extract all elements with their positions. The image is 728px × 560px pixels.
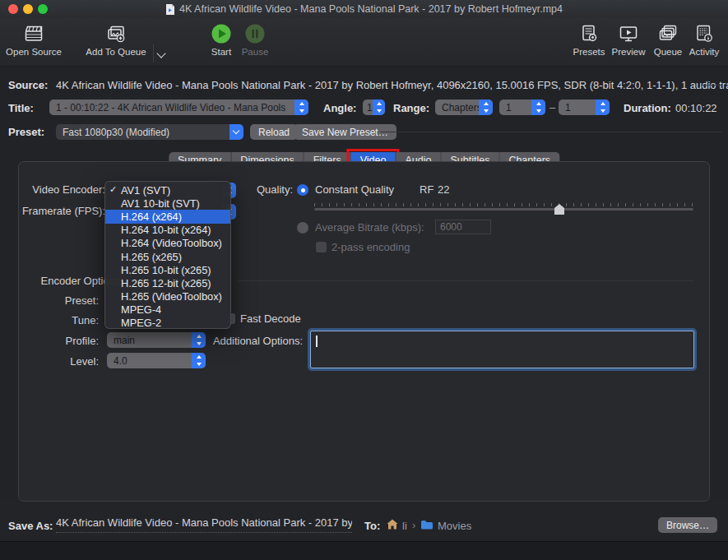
additional-options-field[interactable] (310, 331, 694, 368)
range-to-select[interactable]: 1 (559, 100, 610, 115)
toolbar-divider (153, 44, 154, 62)
profile-select[interactable]: main (107, 332, 206, 348)
framerate-label: Framerate (FPS): (16, 205, 105, 218)
level-value: 4.0 (114, 355, 143, 367)
menu-item-h265-12bit-x265[interactable]: H.265 12-bit (x265) (105, 276, 230, 289)
open-source-button[interactable]: Open Source (3, 23, 64, 57)
menu-item-label: H.264 (VideoToolbox) (121, 237, 222, 249)
angle-label: Angle: (323, 102, 356, 114)
menu-item-h265-videotoolbox[interactable]: H.265 (VideoToolbox) (105, 290, 230, 303)
two-pass-checkbox[interactable] (316, 242, 327, 252)
preview-icon (618, 23, 639, 44)
level-label: Level: (33, 355, 99, 368)
start-button[interactable]: Start (206, 23, 236, 57)
menu-item-h265-10bit-x265[interactable]: H.265 10-bit (x265) (105, 263, 230, 276)
add-to-queue-label: Add To Queue (86, 47, 146, 57)
source-label: Source: (8, 79, 48, 91)
pause-icon (244, 23, 266, 44)
range-type-select[interactable]: Chapters (435, 100, 493, 115)
home-crumb[interactable]: li (402, 520, 407, 532)
menu-item-label: H.265 12-bit (x265) (121, 277, 211, 289)
slider-ticks (314, 203, 693, 206)
start-play-icon (211, 23, 232, 44)
preset-select-value: Fast 1080p30 (Modified) (63, 127, 185, 138)
range-dash: – (549, 101, 555, 113)
stepper-icon (596, 100, 610, 115)
to-label: To: (364, 520, 380, 532)
stepper-icon (294, 100, 308, 115)
browse-button[interactable]: Browse… (658, 517, 717, 533)
document-icon (165, 3, 175, 15)
presets-label: Presets (573, 47, 605, 57)
stepper-icon (373, 100, 385, 115)
additional-options-label: Additional Options: (206, 335, 303, 348)
constant-quality-radio[interactable] (297, 184, 308, 196)
title-label: Title: (8, 102, 34, 114)
fast-decode-label: Fast Decode (240, 312, 301, 326)
preset-separator (380, 132, 721, 132)
add-to-queue-button[interactable]: Add To Queue (82, 23, 150, 57)
menu-item-h264-videotoolbox[interactable]: H.264 (VideoToolbox) (105, 237, 230, 250)
menu-item-label: H.265 (x265) (121, 251, 182, 263)
duration-label: Duration: (624, 102, 671, 114)
menu-item-mpeg4[interactable]: MPEG-4 (105, 303, 230, 317)
profile-label: Profile: (33, 335, 99, 348)
titlebar: 4K African Wildlife Video - Mana Pools N… (0, 0, 728, 18)
open-source-label: Open Source (6, 47, 62, 57)
menu-item-av1-10bit-svt[interactable]: AV1 10-bit (SVT) (105, 197, 230, 210)
reload-button[interactable]: Reload (250, 124, 298, 140)
activity-button[interactable]: Activity (685, 23, 723, 57)
window-title: 4K African Wildlife Video - Mana Pools N… (179, 3, 563, 15)
menu-item-h264-x264[interactable]: H.264 (x264) (105, 210, 230, 223)
add-to-queue-icon (105, 23, 127, 44)
title-select[interactable]: 1 - 00:10:22 - 4K African Wildlife Video… (49, 100, 308, 115)
menu-item-label: H.264 10-bit (x264) (121, 224, 211, 236)
checkmark-icon: ✓ (109, 184, 117, 195)
level-select[interactable]: 4.0 (107, 353, 206, 368)
menu-item-label: MPEG-4 (121, 303, 161, 316)
encoder-options-separator (239, 280, 693, 281)
clapperboard-icon (23, 23, 44, 44)
activity-label: Activity (689, 47, 719, 57)
title-select-value: 1 - 00:10:22 - 4K African Wildlife Video… (56, 102, 301, 113)
range-from-value: 1 (506, 102, 527, 113)
angle-select[interactable]: 1 (363, 100, 385, 115)
menu-item-label: MPEG-2 (121, 317, 161, 329)
stepper-icon (192, 332, 206, 348)
handbrake-window: 4K African Wildlife Video - Mana Pools N… (0, 0, 728, 560)
queue-options-chevron-icon[interactable] (156, 49, 165, 58)
pause-label: Pause (242, 47, 269, 57)
preset-select[interactable]: Fast 1080p30 (Modified) (56, 124, 243, 140)
range-from-select[interactable]: 1 (499, 100, 545, 115)
source-value: 4K African Wildlife Video - Mana Pools N… (56, 79, 728, 91)
average-bitrate-field[interactable]: 6000 (435, 220, 491, 234)
presets-button[interactable]: Presets (572, 23, 606, 57)
rf-label: RF (420, 183, 434, 197)
stepper-icon (531, 100, 545, 115)
menu-item-h264-10bit-x264[interactable]: H.264 10-bit (x264) (105, 224, 230, 237)
menu-item-mpeg2[interactable]: MPEG-2 (105, 317, 230, 330)
toolbar: Open Source Add To Queue Start Pause Pre… (0, 18, 728, 67)
home-icon (387, 519, 398, 530)
menu-item-av1-svt[interactable]: ✓AV1 (SVT) (105, 183, 230, 197)
menu-item-h265-x265[interactable]: H.265 (x265) (105, 250, 230, 263)
text-caret (316, 336, 318, 347)
menu-item-label: AV1 (SVT) (121, 184, 170, 197)
pause-button: Pause (239, 23, 271, 57)
average-bitrate-radio[interactable] (297, 222, 308, 234)
bottom-strip (0, 541, 728, 560)
average-bitrate-label: Average Bitrate (kbps): (315, 221, 424, 234)
save-as-field[interactable]: 4K African Wildlife Video - Mana Pools N… (56, 516, 352, 533)
range-label: Range: (393, 102, 429, 114)
constant-quality-label: Constant Quality (315, 183, 394, 197)
queue-button[interactable]: Queue (651, 23, 685, 57)
profile-value: main (114, 335, 151, 346)
activity-icon (693, 23, 715, 44)
queue-label: Queue (654, 47, 683, 57)
menu-item-label: H.265 10-bit (x265) (121, 264, 211, 276)
quality-slider[interactable] (314, 202, 693, 215)
movies-crumb[interactable]: Movies (438, 520, 471, 532)
quality-label: Quality: (230, 183, 293, 197)
encoder-preset-label: Preset: (33, 294, 99, 308)
preview-button[interactable]: Preview (608, 23, 649, 57)
